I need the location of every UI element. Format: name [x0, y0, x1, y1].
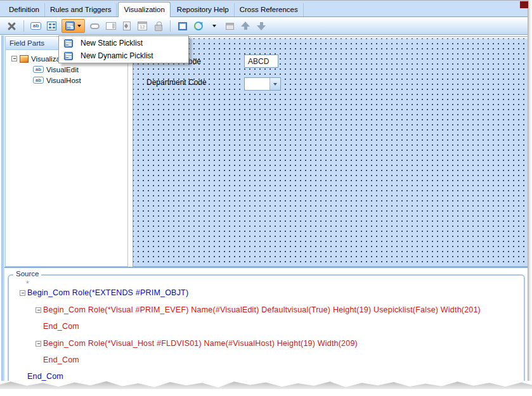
combobox-dropdown-button[interactable]: [269, 78, 280, 90]
move-down-icon: [257, 21, 266, 31]
source-collapse-icon[interactable]: [36, 341, 41, 347]
design-canvas[interactable]: ode ABCD Department Code: [133, 36, 528, 267]
application-window: Definition Rules and Triggers Visualizat…: [0, 0, 532, 396]
source-panel[interactable]: Source * Begin_Com Role(*EXTENDS #PRIM_O…: [4, 268, 528, 382]
tab-cross-references[interactable]: Cross References: [235, 3, 304, 16]
window-preview-button[interactable]: [223, 19, 237, 33]
tab-visualization[interactable]: Visualization: [118, 2, 170, 17]
toolbar-separator: [23, 20, 24, 32]
new-multi-part-button[interactable]: [44, 19, 59, 33]
tab-rules-and-triggers[interactable]: Rules and Triggers: [45, 3, 117, 16]
tree-item-label: VisualEdit: [46, 66, 79, 73]
field-parts-panel: Field Parts Visualization VisualEdit Vis…: [5, 36, 128, 267]
menu-item-new-static-picklist[interactable]: New Static Picklist: [59, 37, 188, 49]
refresh-button[interactable]: [191, 19, 205, 33]
picklist-dropdown-menu: New Static Picklist New Dynamic Picklist: [58, 35, 189, 63]
prompt-box-icon: [106, 22, 116, 30]
ellipse-icon: [90, 23, 100, 29]
spin-icon: [123, 22, 131, 30]
dropdown-caret-icon: [77, 25, 81, 27]
field1-label-tail: ode: [188, 57, 201, 66]
tree-item-label: VisualHost: [46, 77, 81, 84]
visualization-toolbar: [0, 18, 528, 35]
picklist-icon: [64, 39, 73, 48]
multi-part-grid-icon: [47, 22, 56, 30]
new-panel-button[interactable]: [175, 19, 190, 33]
tree-item-visualhost[interactable]: VisualHost: [6, 75, 127, 86]
refresh-dropdown-button[interactable]: [207, 19, 221, 33]
source-group-title: Source: [13, 270, 41, 278]
new-picklist-dropdown-button[interactable]: [62, 19, 85, 33]
panel-icon: [178, 22, 187, 30]
toolbar-separator: [170, 20, 171, 32]
menu-item-label: New Dynamic Picklist: [81, 51, 153, 60]
field2-label: Department Code: [146, 78, 207, 87]
new-edit-box-button[interactable]: [29, 19, 43, 33]
picklist-icon: [64, 52, 73, 60]
source-line: End_Com: [43, 355, 79, 364]
calendar-icon: [138, 22, 147, 30]
move-up-button[interactable]: [238, 19, 253, 33]
move-up-icon: [241, 21, 250, 31]
new-calendar-button[interactable]: [135, 19, 150, 33]
tab-bar: Definition Rules and Triggers Visualizat…: [0, 1, 528, 17]
tree-item-visualedit[interactable]: VisualEdit: [6, 64, 127, 75]
source-line: End_Com: [43, 322, 79, 331]
combobox-value: [245, 78, 269, 90]
dropdown-caret-icon: [212, 25, 216, 27]
tab-repository-help[interactable]: Repository Help: [172, 3, 235, 16]
source-collapse-icon[interactable]: [20, 290, 25, 296]
record-indicator: [520, 1, 528, 8]
source-collapse-icon[interactable]: [36, 307, 41, 313]
torn-edge-right: [528, 0, 532, 396]
new-drag-drop-button[interactable]: [151, 19, 165, 33]
picklist-icon: [65, 22, 75, 30]
field-part-icon: [33, 77, 44, 84]
source-line: Begin_Com Role(*EXTENDS #PRIM_OBJT): [27, 288, 188, 297]
source-line: *: [26, 279, 29, 288]
move-down-button[interactable]: [254, 19, 269, 33]
delete-button[interactable]: [4, 19, 19, 33]
visual-host-combobox[interactable]: [244, 77, 281, 91]
source-line: End_Com: [27, 372, 63, 381]
menu-item-label: New Static Picklist: [81, 39, 143, 48]
window-icon: [226, 23, 234, 30]
field-parts-title: Field Parts: [10, 39, 44, 47]
source-line: Begin_Com Role(*Visual_Host #FLDVIS01) N…: [43, 339, 358, 348]
collapse-expander-icon[interactable]: [11, 56, 17, 61]
delete-x-icon: [8, 22, 16, 30]
refresh-icon: [194, 22, 203, 30]
torn-edge-bottom: [0, 381, 532, 396]
menu-item-new-dynamic-picklist[interactable]: New Dynamic Picklist: [59, 49, 188, 62]
edit-box-icon: [30, 22, 41, 30]
field-part-icon: [33, 66, 44, 73]
drag-bag-icon: [155, 25, 162, 31]
tab-definition[interactable]: Definition: [4, 3, 45, 16]
source-line: Begin_Com Role(*Visual #PRIM_EVEF) Name(…: [43, 305, 481, 314]
new-prompt-button[interactable]: [103, 19, 118, 33]
new-spin-button[interactable]: [119, 19, 134, 33]
component-cube-icon: [20, 55, 29, 63]
visual-edit-textbox[interactable]: ABCD: [244, 54, 278, 68]
new-ellipse-button[interactable]: [88, 19, 102, 33]
dropdown-caret-icon: [273, 83, 277, 86]
